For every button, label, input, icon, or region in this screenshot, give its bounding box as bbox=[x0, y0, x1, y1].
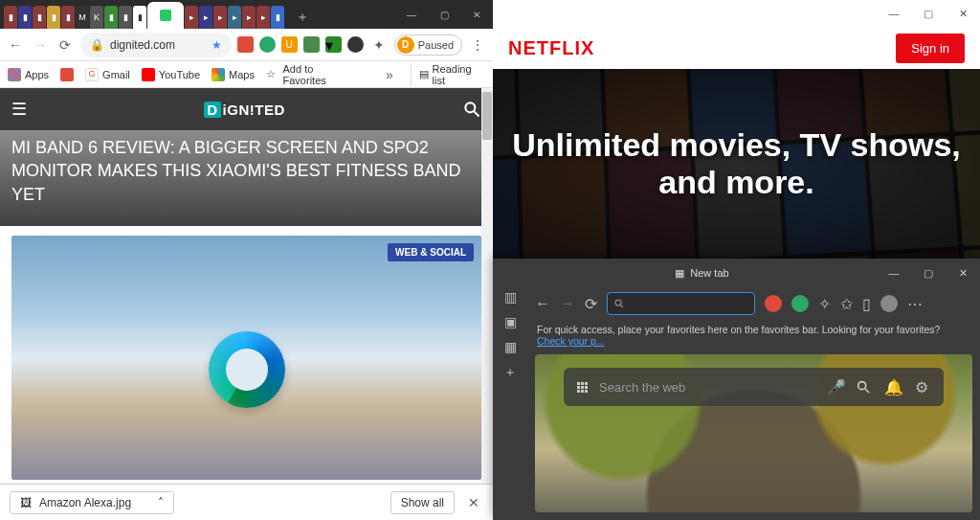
profile-paused-chip[interactable]: D Paused bbox=[394, 34, 462, 56]
extension-icon[interactable]: U bbox=[281, 36, 298, 53]
signin-button[interactable]: Sign in bbox=[896, 34, 965, 63]
background-tab[interactable]: ▸ bbox=[199, 6, 212, 29]
close-shelf-button[interactable]: ✕ bbox=[464, 493, 483, 512]
maps-icon bbox=[212, 68, 225, 81]
search-input[interactable]: Search the web bbox=[599, 380, 815, 395]
background-tab[interactable]: ▸ bbox=[242, 6, 256, 29]
search-icon[interactable] bbox=[856, 379, 873, 395]
back-button[interactable]: ← bbox=[535, 295, 550, 312]
background-tab[interactable]: ▮ bbox=[119, 6, 132, 29]
profile-avatar[interactable] bbox=[880, 295, 898, 312]
background-tab[interactable]: M bbox=[76, 6, 89, 29]
scrollbar-track[interactable] bbox=[481, 88, 493, 484]
collections-icon[interactable]: ▯ bbox=[862, 295, 871, 313]
close-button[interactable]: ✕ bbox=[946, 259, 980, 287]
menu-button[interactable]: ☰ bbox=[11, 99, 27, 120]
address-bar[interactable]: 🔒 dignited.com ★ bbox=[80, 33, 232, 57]
logo-text: iGN!TED bbox=[223, 102, 285, 118]
maximize-button[interactable]: ▢ bbox=[911, 259, 946, 287]
maximize-button[interactable]: ▢ bbox=[911, 0, 946, 27]
download-item[interactable]: 🖼 Amazon Alexa.jpg ˄ bbox=[10, 491, 174, 514]
profile-avatar: D bbox=[397, 36, 414, 54]
show-all-button[interactable]: Show all bbox=[390, 491, 455, 514]
forward-button[interactable]: → bbox=[31, 35, 50, 55]
site-logo[interactable]: DiGN!TED bbox=[204, 102, 285, 118]
category-badge[interactable]: WEB & SOCIAL bbox=[388, 243, 474, 261]
svg-point-4 bbox=[858, 382, 866, 390]
article-card[interactable]: WEB & SOCIAL bbox=[11, 236, 481, 480]
background-tab[interactable]: K bbox=[90, 6, 103, 29]
background-tab[interactable]: ▮ bbox=[271, 6, 284, 29]
hero-headline[interactable]: MI BAND 6 REVIEW: A BIGGER SCREEN AND SP… bbox=[0, 130, 493, 226]
vertical-tab[interactable]: ▣ bbox=[504, 314, 517, 329]
background-tab[interactable]: ▮ bbox=[18, 6, 32, 29]
reload-button[interactable]: ⟳ bbox=[56, 35, 75, 55]
scrollbar-thumb[interactable] bbox=[482, 92, 492, 140]
new-tab-button[interactable]: ＋ bbox=[503, 364, 517, 381]
edge-body: ▥ ▣ ▦ ＋ ← → ⟳ ✧ ✩ ▯ bbox=[493, 287, 980, 520]
extensions-icon[interactable]: ✧ bbox=[818, 295, 831, 313]
settings-menu-button[interactable]: ⋯ bbox=[907, 295, 923, 313]
minimize-button[interactable]: — bbox=[395, 1, 428, 28]
extension-icon[interactable] bbox=[303, 36, 320, 53]
forward-button[interactable]: → bbox=[560, 295, 575, 312]
bookmark-add-favorites[interactable]: ☆Add to Favorites bbox=[266, 63, 357, 86]
edge-window: ▦ New tab — ▢ ✕ ▥ ▣ ▦ ＋ ← → ⟳ bbox=[493, 259, 980, 520]
background-tab[interactable]: ▮ bbox=[61, 6, 75, 29]
bookmark-maps[interactable]: Maps bbox=[212, 68, 255, 81]
maximize-button[interactable]: ▢ bbox=[428, 1, 460, 28]
extension-icon[interactable]: ▾ bbox=[325, 36, 342, 53]
minimize-button[interactable]: — bbox=[877, 0, 911, 27]
background-tab[interactable]: ▸ bbox=[213, 6, 227, 29]
close-button[interactable]: ✕ bbox=[460, 1, 493, 28]
vertical-tab[interactable]: ▦ bbox=[504, 339, 517, 354]
app-launcher-icon[interactable] bbox=[577, 382, 588, 393]
reading-list-label: Reading list bbox=[433, 63, 485, 86]
extension-icon[interactable] bbox=[347, 36, 364, 53]
extension-icon[interactable] bbox=[791, 295, 809, 312]
extensions-menu-icon[interactable]: ✦ bbox=[369, 35, 389, 55]
voice-search-icon[interactable]: 🎤 bbox=[827, 378, 844, 396]
bookmark-item[interactable] bbox=[60, 68, 74, 81]
background-tab[interactable]: ▮ bbox=[47, 6, 60, 29]
apps-shortcut[interactable]: Apps bbox=[8, 68, 49, 81]
page-viewport: ☰ DiGN!TED MI BAND 6 REVIEW: A BIGGER SC… bbox=[0, 88, 493, 520]
ntp-search-bar[interactable]: Search the web 🎤 🔔 ⚙ bbox=[564, 368, 944, 406]
background-tab[interactable]: ▸ bbox=[256, 6, 270, 29]
hint-link[interactable]: Check your p... bbox=[537, 335, 605, 347]
minimize-button[interactable]: — bbox=[877, 259, 911, 287]
new-tab-button[interactable]: ＋ bbox=[291, 6, 314, 29]
background-tab[interactable]: ▮ bbox=[133, 6, 146, 29]
reading-list-button[interactable]: ▤Reading list bbox=[411, 63, 485, 86]
bookmark-gmail[interactable]: GGmail bbox=[85, 68, 130, 81]
settings-icon[interactable]: ⚙ bbox=[913, 378, 930, 396]
tab-actions-button[interactable]: ▥ bbox=[504, 289, 517, 305]
background-tab[interactable]: ▮ bbox=[4, 6, 17, 29]
extension-icon[interactable] bbox=[765, 295, 782, 312]
reading-list-icon: ▤ bbox=[419, 68, 429, 80]
gmail-icon: G bbox=[85, 68, 99, 81]
edge-address-bar[interactable] bbox=[607, 292, 755, 315]
background-tab[interactable]: ▸ bbox=[228, 6, 241, 29]
tab-label[interactable]: New tab bbox=[690, 267, 728, 279]
netflix-logo[interactable]: NETFLIX bbox=[508, 37, 594, 59]
chrome-menu-button[interactable]: ⋮ bbox=[468, 35, 487, 55]
bookmark-overflow[interactable]: » bbox=[380, 65, 398, 84]
active-tab[interactable] bbox=[147, 2, 184, 29]
extension-icon[interactable] bbox=[259, 36, 276, 53]
chevron-up-icon[interactable]: ˄ bbox=[158, 496, 164, 509]
svg-line-3 bbox=[621, 305, 624, 308]
bookmark-label: Gmail bbox=[102, 69, 130, 80]
close-button[interactable]: ✕ bbox=[946, 0, 980, 27]
favorites-icon[interactable]: ✩ bbox=[840, 295, 853, 313]
background-tab[interactable]: ▸ bbox=[185, 6, 198, 29]
back-button[interactable]: ← bbox=[6, 35, 25, 55]
bookmark-youtube[interactable]: YouTube bbox=[142, 68, 200, 81]
reload-button[interactable]: ⟳ bbox=[585, 295, 597, 313]
notifications-icon[interactable]: 🔔 bbox=[884, 378, 902, 396]
search-button[interactable] bbox=[462, 100, 481, 119]
background-tab[interactable]: ▮ bbox=[33, 6, 46, 29]
star-icon[interactable]: ★ bbox=[212, 38, 222, 52]
background-tab[interactable]: ▮ bbox=[104, 6, 118, 29]
extension-icon[interactable] bbox=[237, 36, 254, 53]
